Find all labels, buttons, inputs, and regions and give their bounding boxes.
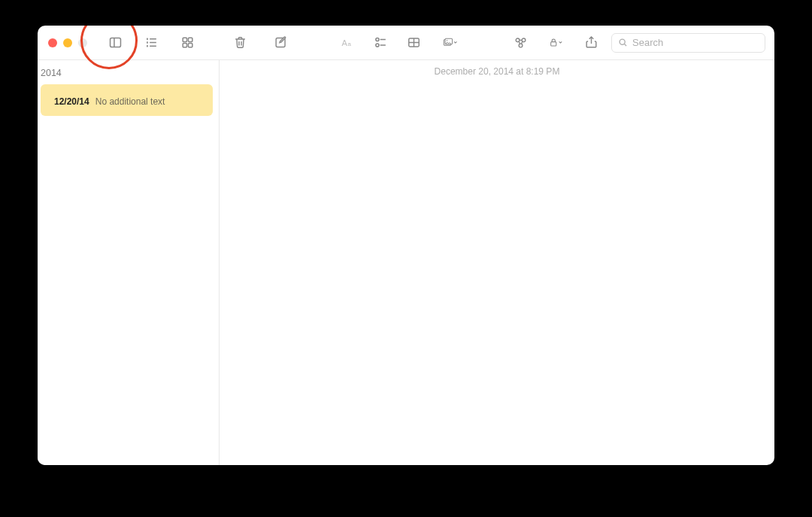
- svg-point-20: [376, 38, 379, 41]
- link-note-button[interactable]: [508, 32, 533, 53]
- svg-line-34: [521, 41, 523, 44]
- svg-point-2: [111, 40, 112, 41]
- format-text-button[interactable]: A a: [335, 32, 361, 53]
- svg-rect-0: [110, 38, 120, 47]
- sidebar-toggle-button[interactable]: [102, 32, 128, 53]
- note-preview: No additional text: [95, 96, 165, 107]
- list-view-button[interactable]: [138, 32, 164, 53]
- list-section-header: 2014: [38, 63, 216, 84]
- svg-point-5: [147, 38, 147, 39]
- svg-point-3: [111, 41, 112, 42]
- svg-rect-12: [188, 38, 192, 41]
- svg-rect-11: [183, 38, 186, 41]
- svg-rect-14: [188, 43, 192, 47]
- share-button[interactable]: [578, 32, 604, 53]
- new-note-button[interactable]: [268, 32, 293, 53]
- svg-point-32: [519, 44, 523, 47]
- search-field[interactable]: [611, 33, 765, 53]
- media-button[interactable]: [435, 32, 466, 53]
- delete-note-button[interactable]: [227, 32, 253, 53]
- svg-text:a: a: [348, 41, 352, 47]
- table-button[interactable]: [401, 32, 427, 53]
- lock-note-button[interactable]: [541, 32, 571, 53]
- minimize-window-button[interactable]: [63, 38, 72, 47]
- app-window: A a: [38, 26, 774, 465]
- note-date: 12/20/14: [54, 96, 89, 107]
- svg-point-37: [620, 39, 625, 44]
- svg-line-33: [519, 41, 520, 44]
- titlebar: A a: [38, 26, 774, 60]
- svg-point-29: [447, 40, 447, 41]
- svg-point-9: [147, 46, 147, 47]
- svg-point-22: [376, 44, 379, 47]
- notes-list-pane: 2014 12/20/14 No additional text: [38, 60, 220, 465]
- svg-rect-13: [183, 43, 186, 47]
- main-body: 2014 12/20/14 No additional text Decembe…: [38, 60, 774, 465]
- note-list-item[interactable]: 12/20/14 No additional text: [41, 84, 213, 116]
- note-meta: 12/20/14 No additional text: [54, 96, 204, 107]
- svg-rect-36: [550, 42, 556, 46]
- toolbar-right-group: [508, 32, 765, 53]
- svg-point-4: [111, 44, 112, 44]
- svg-line-38: [624, 44, 626, 46]
- toolbar-format-group: A a: [335, 32, 466, 53]
- search-input[interactable]: [632, 37, 759, 48]
- note-timestamp: December 20, 2014 at 8:19 PM: [220, 60, 774, 83]
- gallery-view-button[interactable]: [174, 32, 200, 53]
- svg-text:A: A: [342, 38, 348, 47]
- maximize-window-button[interactable]: [78, 38, 87, 47]
- window-controls: [48, 38, 87, 47]
- svg-point-7: [147, 42, 147, 43]
- close-window-button[interactable]: [48, 38, 57, 47]
- toolbar-left-group: [102, 32, 200, 53]
- checklist-button[interactable]: [368, 32, 394, 53]
- editor-pane[interactable]: December 20, 2014 at 8:19 PM: [220, 60, 774, 465]
- search-icon: [618, 38, 628, 47]
